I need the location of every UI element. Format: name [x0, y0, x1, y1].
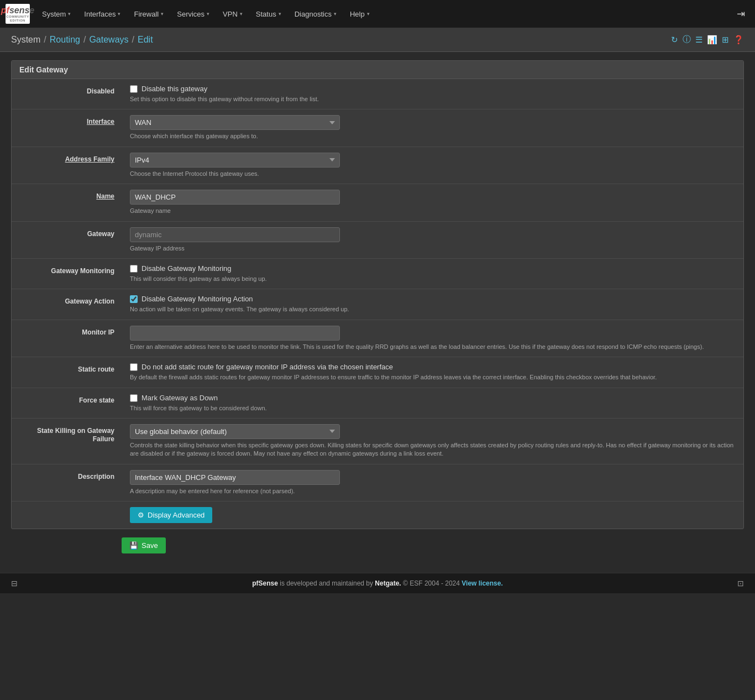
checkbox-disabled[interactable] [130, 85, 138, 93]
nav-status[interactable]: Status ▾ [249, 0, 288, 28]
check-disabled: Disable this gateway [130, 85, 736, 93]
top-nav: pfsense COMMUNITY EDITION System ▾ Inter… [0, 0, 755, 28]
label-state-killing: State Killing on Gateway Failure [37, 427, 114, 443]
help-interface: Choose which interface this gateway appl… [130, 132, 736, 140]
nav-diagnostics[interactable]: Diagnostics ▾ [288, 0, 343, 28]
save-button[interactable]: 💾 Save [122, 537, 166, 553]
input-gateway[interactable] [130, 227, 340, 242]
breadcrumb-sep1: / [44, 35, 46, 45]
select-state-killing[interactable]: Use global behavior (default) Kill state… [130, 424, 340, 439]
nav-help-arrow: ▾ [367, 11, 370, 17]
input-name[interactable] [130, 190, 340, 205]
logo[interactable]: pfsense COMMUNITY EDITION [6, 4, 30, 24]
save-row: 💾 Save [11, 537, 744, 553]
row-force-state: Force state Mark Gateway as Down This wi… [12, 388, 743, 418]
footer-license-link[interactable]: View license. [462, 579, 503, 587]
row-display-advanced: ⚙ Display Advanced [12, 502, 743, 529]
nav-help[interactable]: Help ▾ [343, 0, 376, 28]
help-gateway: Gateway IP address [130, 244, 736, 253]
select-interface[interactable]: WAN LAN Other [130, 115, 340, 130]
check-static-route: Do not add static route for gateway moni… [130, 363, 736, 371]
refresh-icon[interactable]: ↻ [671, 35, 678, 45]
nav-diagnostics-arrow: ▾ [334, 11, 337, 17]
nav-status-arrow: ▾ [279, 11, 281, 17]
help-state-killing: Controls the state killing behavior when… [130, 441, 736, 458]
breadcrumb-gateways[interactable]: Gateways [89, 35, 128, 45]
row-address-family: Address Family IPv4 IPv6 Choose the Inte… [12, 147, 743, 184]
save-icon: 💾 [129, 541, 138, 550]
breadcrumb-sep2: / [83, 35, 86, 45]
panel-title: Edit Gateway [12, 61, 743, 79]
breadcrumb-routing[interactable]: Routing [50, 35, 80, 45]
row-interface: Interface WAN LAN Other Choose which int… [12, 109, 743, 147]
nav-vpn-arrow: ▾ [240, 11, 243, 17]
info-icon[interactable]: ⓘ [683, 34, 691, 45]
display-advanced-button[interactable]: ⚙ Display Advanced [130, 507, 212, 523]
help-name: Gateway name [130, 207, 736, 215]
logo-sense: sense [9, 6, 34, 15]
label-description: Description [78, 473, 114, 480]
breadcrumb-system: System [11, 35, 40, 45]
nav-firewall-arrow: ▾ [161, 11, 164, 17]
breadcrumb: System / Routing / Gateways / Edit [11, 35, 153, 45]
chart-icon[interactable]: 📊 [707, 35, 717, 45]
footer-text2: is developed and maintained by [280, 579, 375, 587]
footer-netgate: Netgate. [375, 579, 401, 587]
row-static-route: Static route Do not add static route for… [12, 357, 743, 388]
label-address-family: Address Family [65, 155, 114, 163]
footer-right-icon[interactable]: ⊡ [737, 579, 744, 588]
nav-system-arrow: ▾ [68, 11, 71, 17]
footer-left-icon[interactable]: ⊟ [11, 579, 18, 588]
row-gateway-action: Gateway Action Disable Gateway Monitorin… [12, 289, 743, 320]
help-static-route: By default the firewall adds static rout… [130, 373, 736, 382]
help-gateway-monitoring: This will consider this gateway as alway… [130, 275, 736, 283]
form-table: Disabled Disable this gateway Set this o… [12, 79, 743, 529]
check-gateway-monitoring: Disable Gateway Monitoring [130, 264, 736, 273]
checkbox-static-route[interactable] [130, 363, 138, 371]
label-gateway-monitoring: Gateway Monitoring [51, 267, 114, 275]
nav-vpn[interactable]: VPN ▾ [216, 0, 249, 28]
breadcrumb-icons: ↻ ⓘ ☰ 📊 ⊞ ❓ [671, 34, 744, 45]
nav-logout-btn[interactable]: ⇥ [732, 8, 749, 20]
table-icon[interactable]: ⊞ [722, 35, 729, 45]
checkbox-force-state[interactable] [130, 394, 138, 402]
help-address-family: Choose the Internet Protocol this gatewa… [130, 170, 736, 178]
row-state-killing: State Killing on Gateway Failure Use glo… [12, 418, 743, 464]
label-name: Name [96, 192, 114, 200]
label-interface: Interface [87, 118, 114, 126]
checkbox-gateway-monitoring[interactable] [130, 265, 138, 273]
checkbox-gateway-action[interactable] [130, 295, 138, 303]
breadcrumb-edit: Edit [138, 35, 153, 45]
nav-firewall[interactable]: Firewall ▾ [127, 0, 170, 28]
label-force-state: Force state [79, 396, 114, 404]
logo-pf: pf [1, 6, 9, 15]
help-monitor-ip: Enter an alternative address here to be … [130, 343, 736, 351]
check-label-static-route: Do not add static route for gateway moni… [141, 363, 393, 371]
footer-esf: © ESF 2004 - 2024 [403, 579, 460, 587]
help-icon[interactable]: ❓ [733, 35, 744, 45]
gear-icon: ⚙ [138, 511, 144, 519]
logout-icon[interactable]: ⇥ [732, 8, 749, 19]
breadcrumb-bar: System / Routing / Gateways / Edit ↻ ⓘ ☰… [0, 28, 755, 52]
edit-gateway-panel: Edit Gateway Disabled Disable this gatew… [11, 60, 744, 529]
nav-system[interactable]: System ▾ [35, 0, 77, 28]
check-label-disabled: Disable this gateway [141, 85, 207, 93]
input-monitor-ip[interactable] [130, 326, 340, 341]
page-footer: ⊟ pfSense is developed and maintained by… [0, 573, 755, 593]
help-gateway-action: No action will be taken on gateway event… [130, 305, 736, 314]
check-gateway-action: Disable Gateway Monitoring Action [130, 295, 736, 303]
footer-text: pfSense is developed and maintained by N… [18, 579, 737, 587]
check-label-gateway-action: Disable Gateway Monitoring Action [141, 295, 253, 303]
nav-interfaces-arrow: ▾ [118, 11, 120, 17]
label-gateway: Gateway [87, 230, 114, 238]
logo-edition: COMMUNITY EDITION [1, 15, 34, 22]
list-icon[interactable]: ☰ [695, 35, 702, 45]
input-description[interactable] [130, 470, 340, 485]
nav-interfaces[interactable]: Interfaces ▾ [77, 0, 127, 28]
row-description: Description A description may be entered… [12, 464, 743, 501]
label-monitor-ip: Monitor IP [82, 328, 114, 336]
label-gateway-action: Gateway Action [65, 297, 114, 305]
row-gateway-monitoring: Gateway Monitoring Disable Gateway Monit… [12, 258, 743, 289]
nav-services[interactable]: Services ▾ [170, 0, 216, 28]
select-address-family[interactable]: IPv4 IPv6 [130, 153, 340, 168]
